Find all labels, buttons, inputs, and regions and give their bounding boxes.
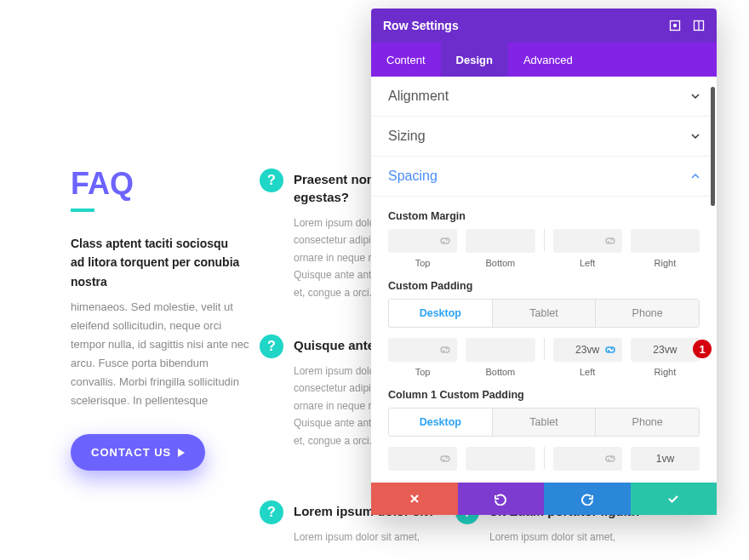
scrollbar[interactable] (711, 87, 715, 206)
col1-padding-label: Column 1 Custom Padding (388, 389, 700, 401)
confirm-button[interactable] (631, 483, 718, 515)
side-label: Top (415, 367, 431, 377)
question-icon: ? (260, 500, 283, 524)
side-label: Right (655, 258, 677, 268)
section-sizing[interactable]: Sizing (371, 117, 717, 157)
link-icon[interactable] (603, 234, 617, 248)
device-tablet[interactable]: Tablet (492, 300, 596, 327)
undo-button[interactable] (458, 483, 545, 515)
tab-advanced[interactable]: Advanced (508, 43, 588, 77)
side-label: Bottom (485, 258, 515, 268)
tab-content[interactable]: Content (371, 43, 441, 77)
faq-paragraph: himenaeos. Sed molestie, velit ut eleife… (71, 298, 249, 411)
section-spacing[interactable]: Spacing (371, 157, 717, 197)
panel-header[interactable]: Row Settings (371, 9, 717, 43)
contact-us-label: CONTACT US (91, 446, 171, 459)
annotation-badge: 1 (693, 340, 712, 358)
panel-body: Alignment Sizing Spacing Custom Margin T… (371, 77, 717, 483)
device-desktop[interactable]: Desktop (389, 300, 492, 327)
device-phone[interactable]: Phone (595, 409, 699, 436)
redo-button[interactable] (544, 483, 631, 515)
chevron-down-icon (691, 132, 700, 140)
col1-padding-bottom-input[interactable] (466, 447, 535, 471)
padding-bottom-input[interactable] (466, 338, 535, 362)
side-label: Bottom (485, 367, 515, 377)
svg-point-1 (674, 25, 677, 27)
side-label: Top (415, 258, 431, 268)
panel-tabs: Content Design Advanced (371, 43, 717, 77)
custom-margin-label: Custom Margin (388, 210, 700, 222)
faq-title: FAQ (71, 166, 134, 202)
link-icon[interactable] (438, 343, 452, 357)
link-icon[interactable] (603, 343, 617, 357)
expand-icon[interactable] (669, 20, 681, 31)
section-label: Alignment (388, 89, 449, 104)
contact-us-button[interactable]: CONTACT US (71, 434, 205, 471)
faq-subtitle: Class aptent taciti sociosqu ad litora t… (71, 234, 241, 291)
section-label: Spacing (388, 169, 437, 184)
tab-design[interactable]: Design (441, 43, 508, 77)
device-desktop[interactable]: Desktop (389, 409, 492, 436)
margin-bottom-input[interactable] (466, 229, 535, 253)
panel-title: Row Settings (383, 19, 459, 32)
faq-underline (71, 209, 94, 212)
faq-answer: Lorem ipsum dolor sit amet, (489, 529, 668, 546)
margin-right-input[interactable] (631, 229, 700, 253)
device-tabs: Desktop Tablet Phone (388, 408, 700, 437)
cancel-button[interactable] (371, 483, 458, 515)
padding-right-input[interactable] (631, 338, 700, 362)
panel-footer (371, 483, 717, 515)
col1-padding-right-input[interactable] (631, 447, 700, 471)
link-icon[interactable] (438, 452, 452, 466)
faq-answer: Lorem ipsum dolor sit amet, (294, 529, 472, 546)
link-icon[interactable] (438, 234, 452, 248)
device-phone[interactable]: Phone (595, 300, 699, 327)
section-alignment[interactable]: Alignment (371, 77, 717, 117)
separator (544, 447, 545, 469)
device-tablet[interactable]: Tablet (492, 409, 596, 436)
side-label: Right (655, 367, 677, 377)
section-label: Sizing (388, 129, 426, 144)
chevron-up-icon (691, 172, 700, 180)
row-settings-panel: Row Settings Content Design Advanced Ali… (371, 9, 717, 515)
question-icon: ? (260, 169, 283, 192)
link-icon[interactable] (603, 452, 617, 466)
separator (544, 229, 545, 251)
device-tabs: Desktop Tablet Phone (388, 299, 700, 328)
question-icon: ? (260, 334, 283, 358)
side-label: Left (580, 258, 595, 268)
snap-icon[interactable] (693, 20, 705, 31)
chevron-down-icon (691, 92, 700, 100)
play-icon (178, 449, 185, 457)
side-label: Left (580, 367, 595, 377)
custom-padding-label: Custom Padding (388, 280, 700, 292)
separator (544, 338, 545, 360)
